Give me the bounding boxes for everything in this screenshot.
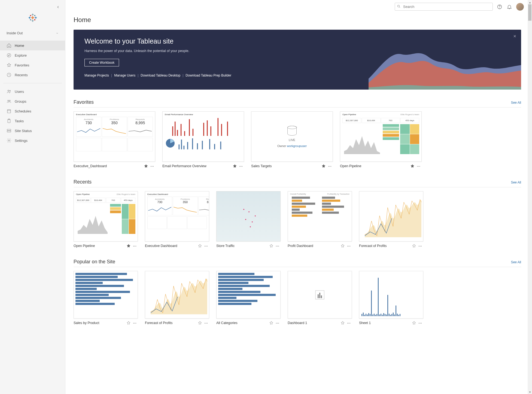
search-input[interactable] xyxy=(395,3,493,11)
scrollbar-thumb[interactable] xyxy=(528,4,531,21)
manage-users-link[interactable]: Manage Users xyxy=(114,74,135,77)
scroll-down-arrow[interactable]: ▾ xyxy=(528,390,532,394)
favorite-toggle[interactable] xyxy=(341,244,345,248)
nav-tasks[interactable]: Tasks xyxy=(0,116,65,126)
favorite-toggle[interactable] xyxy=(321,164,326,168)
favorite-toggle[interactable] xyxy=(341,321,345,325)
search-box[interactable] xyxy=(395,3,493,11)
card-menu[interactable]: ⋯ xyxy=(133,321,138,325)
sidebar-collapse-button[interactable] xyxy=(55,4,61,10)
datasource-icon xyxy=(287,126,297,136)
card-menu[interactable]: ⋯ xyxy=(328,164,333,168)
favorite-toggle[interactable] xyxy=(410,164,415,168)
sparse-chart-thumbnail xyxy=(359,271,423,318)
favorite-toggle[interactable] xyxy=(412,321,416,325)
svg-rect-24 xyxy=(7,110,11,113)
help-button[interactable] xyxy=(497,4,503,10)
nav-label: Explore xyxy=(15,53,27,57)
card-menu[interactable]: ⋯ xyxy=(150,164,155,168)
card-menu[interactable]: ⋯ xyxy=(276,321,281,325)
nav-label: Favorites xyxy=(15,63,29,67)
card-menu[interactable]: ⋯ xyxy=(204,244,209,248)
svg-rect-34 xyxy=(175,122,176,136)
nav-label: Home xyxy=(15,44,24,48)
nav-settings[interactable]: Settings xyxy=(0,136,65,145)
card-title: Profit Dashboard xyxy=(288,244,338,248)
favorite-toggle[interactable] xyxy=(198,244,202,248)
card-sales-targets[interactable]: LIVE Owner workgroupuser Sales Targets ⋯ xyxy=(251,111,333,168)
card-title: Forecast of Profits xyxy=(145,321,196,325)
nav-schedules[interactable]: Schedules xyxy=(0,106,65,116)
nav-home[interactable]: Home xyxy=(0,41,65,50)
nav-users[interactable]: Users xyxy=(0,87,65,96)
scroll-up-arrow[interactable]: ▴ xyxy=(528,0,532,4)
card-menu[interactable]: ⋯ xyxy=(239,164,244,168)
compass-icon xyxy=(7,53,11,58)
server-icon xyxy=(7,128,11,133)
svg-rect-44 xyxy=(221,124,222,136)
svg-rect-53 xyxy=(202,141,203,149)
card-executive-dashboard[interactable]: Executive Dashboard Accidents730 Problem… xyxy=(145,191,209,248)
banner-title: Welcome to your Tableau site xyxy=(84,37,510,45)
svg-point-23 xyxy=(9,100,10,101)
card-dashboard-1[interactable]: Dashboard 1 ⋯ xyxy=(288,271,352,325)
see-all-favorites[interactable]: See All xyxy=(511,101,521,105)
favorite-toggle[interactable] xyxy=(412,244,416,248)
scrollbar[interactable]: ▴ ▾ xyxy=(528,0,532,394)
card-title: Sales by Product xyxy=(74,321,124,325)
svg-rect-42 xyxy=(210,126,211,136)
favorite-toggle[interactable] xyxy=(126,321,131,325)
nav-explore[interactable]: Explore xyxy=(0,50,65,60)
card-forecast-profits[interactable]: Forecast of Profits ⋯ xyxy=(359,191,423,248)
card-sales-by-product[interactable]: Sales by Product ⋯ xyxy=(74,271,138,325)
favorite-toggle[interactable] xyxy=(144,164,148,168)
card-executive-dashboard[interactable]: Executive Dashboard Accidents730 Problem… xyxy=(74,111,155,168)
card-profit-dashboard[interactable]: Overall ProfitabilityProfitability by Tr… xyxy=(288,191,352,248)
svg-rect-27 xyxy=(7,129,11,131)
site-selector[interactable]: Inside Out xyxy=(0,28,65,39)
card-menu[interactable]: ⋯ xyxy=(347,244,352,248)
sidebar: Inside Out Home Explore Favorites Recent… xyxy=(0,0,65,394)
svg-rect-35 xyxy=(177,130,178,136)
favorite-toggle[interactable] xyxy=(126,244,131,248)
favorite-toggle[interactable] xyxy=(269,244,273,248)
banner-close-button[interactable]: × xyxy=(513,33,516,39)
see-all-recents[interactable]: See All xyxy=(511,181,521,184)
favorite-toggle[interactable] xyxy=(198,321,202,325)
download-prep-link[interactable]: Download Tableau Prep Builder xyxy=(186,74,231,77)
card-menu[interactable]: ⋯ xyxy=(418,244,423,248)
nav-favorites[interactable]: Favorites xyxy=(0,60,65,70)
svg-rect-61 xyxy=(319,293,320,298)
card-menu[interactable]: ⋯ xyxy=(347,321,352,325)
favorite-toggle[interactable] xyxy=(269,321,273,325)
card-open-pipeline[interactable]: Open PipelineEllie Rogers's team $12,307… xyxy=(74,191,138,248)
popular-section: Popular on the Site See All Sales by Pro… xyxy=(74,259,521,325)
card-all-categories[interactable]: All Categories ⋯ xyxy=(216,271,281,325)
nav-site-status[interactable]: Site Status xyxy=(0,126,65,136)
card-email-performance[interactable]: Email Performance Overview Email Perform… xyxy=(162,111,244,168)
nav-groups[interactable]: Groups xyxy=(0,96,65,106)
card-menu[interactable]: ⋯ xyxy=(276,244,281,248)
card-sheet-1[interactable]: Sheet 1 ⋯ xyxy=(359,271,423,325)
svg-rect-47 xyxy=(179,145,180,149)
svg-point-29 xyxy=(8,140,10,141)
svg-rect-60 xyxy=(318,294,319,298)
notifications-button[interactable] xyxy=(506,4,512,10)
svg-point-20 xyxy=(8,90,9,91)
favorite-toggle[interactable] xyxy=(233,164,237,168)
svg-point-30 xyxy=(397,5,399,7)
card-menu[interactable]: ⋯ xyxy=(418,321,423,325)
card-open-pipeline[interactable]: Open PipelineEllie Rogers's team $12,307… xyxy=(340,111,422,168)
create-workbook-button[interactable]: Create Workbook xyxy=(84,59,119,66)
nav-label: Groups xyxy=(15,99,26,103)
see-all-popular[interactable]: See All xyxy=(511,260,521,264)
manage-projects-link[interactable]: Manage Projects xyxy=(84,74,109,77)
nav-recents[interactable]: Recents xyxy=(0,70,65,80)
card-menu[interactable]: ⋯ xyxy=(417,164,422,168)
download-desktop-link[interactable]: Download Tableau Desktop xyxy=(141,74,180,77)
card-store-traffic[interactable]: Store Traffic ⋯ xyxy=(216,191,281,248)
user-avatar[interactable] xyxy=(516,3,524,11)
card-menu[interactable]: ⋯ xyxy=(204,321,209,325)
card-forecast-profits[interactable]: Forecast of Profits ⋯ xyxy=(145,271,209,325)
card-menu[interactable]: ⋯ xyxy=(133,244,138,248)
